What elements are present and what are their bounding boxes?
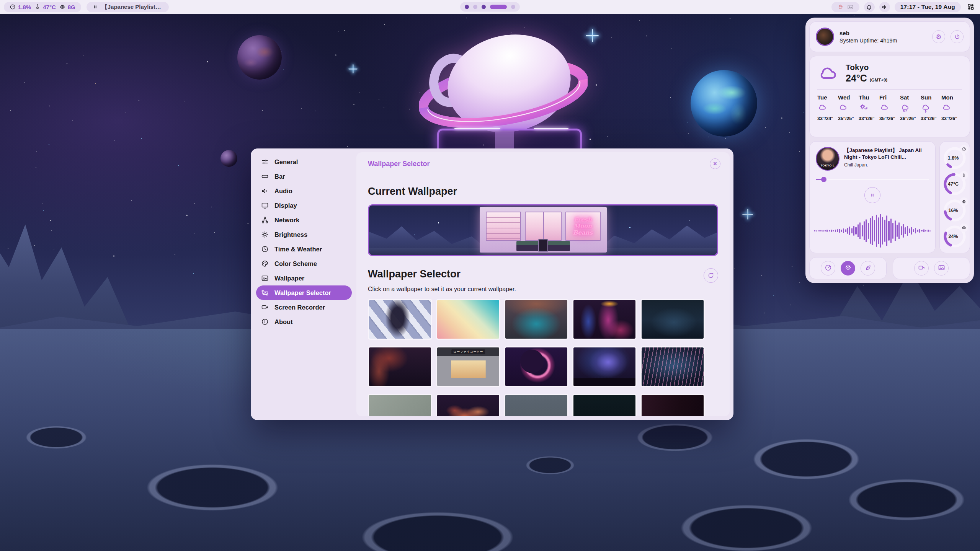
purple-planet	[237, 35, 282, 80]
sidebar-item-audio[interactable]: Audio	[256, 184, 352, 198]
weather-city: Tokyo	[846, 63, 887, 72]
sidebar-item-brightness[interactable]: Brightness	[256, 227, 352, 242]
desktop-screen: 1.8% 47°C 8G 【Japanese Playlist】 J...	[0, 0, 980, 551]
workspace-2-empty[interactable]	[473, 5, 477, 9]
media-progress-slider[interactable]	[816, 177, 929, 182]
workspace-5-empty[interactable]	[511, 5, 515, 9]
window-title: Wallpaper Selector	[368, 160, 718, 168]
tray-app-1-hand-icon[interactable]	[837, 4, 844, 10]
wallpaper-thumb-anime-crosswalk[interactable]	[368, 299, 432, 340]
gauge-temperature: 47°C	[943, 172, 967, 196]
system-stats-pill[interactable]: 1.8% 47°C 8G	[4, 2, 81, 12]
sidebar-item-time-weather[interactable]: Time & Weather	[256, 242, 352, 256]
wallpaper-thumb-nebula-forest[interactable]	[572, 346, 637, 387]
performance-button[interactable]	[821, 261, 835, 276]
sidebar-item-label: About	[274, 318, 293, 326]
sidebar-item-network[interactable]: Network	[256, 213, 352, 227]
notifications-button[interactable]	[864, 2, 875, 12]
screen-record-button[interactable]	[914, 261, 929, 276]
forecast-day-fri: Fri35°/26°	[879, 94, 900, 121]
videocam-icon	[261, 303, 269, 311]
preview-cafe-storefront: Fresh Moon Beans	[480, 207, 607, 253]
power-button[interactable]	[951, 30, 964, 43]
sidebar-item-general[interactable]: General	[256, 155, 352, 169]
day-temps: 36°/26°	[900, 116, 916, 121]
power-profile-card	[809, 257, 887, 279]
clock-text: 17:17 - Tue, 19 Aug	[900, 3, 955, 10]
refresh-button[interactable]	[704, 268, 718, 283]
gauge-value: 47°C	[943, 181, 964, 187]
apps-grid-icon	[967, 3, 975, 11]
sidebar-item-screen-recorder[interactable]: Screen Recorder	[256, 300, 352, 315]
memory-value: 8G	[68, 4, 75, 10]
forecast-day-sun: Sun33°/26°	[921, 94, 941, 121]
wallpaper-thumb-teal-blur[interactable]	[504, 299, 568, 340]
day-temps: 33°/26°	[859, 116, 874, 121]
day-temps: 35°/26°	[879, 116, 895, 121]
wallpaper-thumb-pastel-gradient[interactable]	[436, 299, 500, 340]
tray-app-2-photo-icon[interactable]	[847, 4, 854, 10]
brightness-icon	[261, 231, 269, 238]
day-label: Mon	[941, 94, 953, 101]
sidebar-item-color-scheme[interactable]: Color Scheme	[256, 256, 352, 271]
app-launcher-button[interactable]	[967, 3, 975, 11]
pause-button[interactable]	[864, 187, 880, 203]
header-divider	[368, 174, 718, 174]
album-art-label: TOKYO L	[817, 164, 839, 167]
speedometer-icon	[825, 264, 832, 273]
close-button[interactable]: ×	[710, 158, 720, 169]
thermometer-icon	[960, 171, 968, 179]
sidebar-item-display[interactable]: Display	[256, 198, 352, 213]
sidebar-item-label: Screen Recorder	[274, 304, 325, 311]
media-title: 【Japanese Playlist】 Japan All Night - To…	[844, 147, 929, 160]
temperature-stat: 47°C	[34, 4, 56, 10]
slider-knob[interactable]	[821, 177, 826, 182]
disk-icon	[960, 223, 968, 232]
cloud-icon	[817, 103, 827, 113]
settings-sidebar: GeneralBarAudioDisplayNetworkBrightnessT…	[256, 155, 352, 329]
wallpaper-thumb-snowy-night-village[interactable]	[640, 299, 705, 340]
balanced-button[interactable]	[841, 261, 855, 276]
settings-button[interactable]: ⚙	[932, 30, 945, 43]
menu-board	[538, 239, 548, 252]
sidebar-item-label: Display	[274, 202, 297, 209]
gear-icon: ⚙	[936, 33, 941, 41]
workspace-4-active[interactable]	[490, 5, 507, 9]
workspace-1-occupied[interactable]	[465, 5, 469, 9]
album-art: TOKYO L	[816, 147, 840, 171]
sidebar-item-wallpaper-selector[interactable]: Wallpaper Selector	[256, 285, 352, 300]
media-pill[interactable]: 【Japanese Playlist】 J...	[87, 2, 169, 12]
thermometer-icon	[34, 4, 41, 10]
wallpaper-selector-heading: Wallpaper Selector	[368, 268, 461, 280]
speedometer-icon	[10, 4, 16, 10]
wallpaper-thumb-dark-maroon[interactable]	[640, 394, 705, 416]
sidebar-item-label: Network	[274, 217, 299, 224]
wallpaper-thumb-neon-arcade[interactable]	[572, 299, 637, 340]
wallpaper-thumb-ember-forest[interactable]	[436, 394, 500, 416]
leaf-icon	[864, 264, 872, 273]
power-saver-button[interactable]	[861, 261, 875, 276]
gauge-value: 16%	[943, 208, 964, 213]
sidebar-item-bar[interactable]: Bar	[256, 169, 352, 184]
sidebar-item-wallpaper[interactable]: Wallpaper	[256, 271, 352, 285]
sidebar-item-label: Wallpaper Selector	[274, 289, 331, 297]
wallpaper-thumb-pink-eclipse-ring[interactable]	[504, 346, 568, 387]
weather-divider	[817, 89, 962, 90]
sidebar-item-about[interactable]: About	[256, 315, 352, 329]
wallpaper-thumb-grey-green[interactable]	[368, 394, 432, 416]
star-sparkle	[742, 209, 753, 219]
screenshot-button[interactable]	[934, 261, 949, 276]
refresh-icon	[707, 272, 714, 279]
day-label: Sun	[921, 94, 931, 101]
wallpaper-thumb-lofi-coffee-shop[interactable]: ローファイコーヒー	[436, 346, 500, 387]
cloud-icon	[817, 62, 839, 84]
workspace-3-occupied[interactable]	[482, 5, 486, 9]
day-label: Wed	[838, 94, 850, 101]
wallpaper-thumb-slate-grey[interactable]	[504, 394, 568, 416]
wallpaper-thumb-dark-teal[interactable]	[572, 394, 637, 416]
wallpaper-thumb-particle-waves[interactable]	[640, 346, 705, 387]
media-pill-title: 【Japanese Playlist】 J...	[102, 3, 163, 11]
clock-pill[interactable]: 17:17 - Tue, 19 Aug	[895, 2, 961, 12]
wallpaper-thumb-red-cliff-figure[interactable]	[368, 346, 432, 387]
volume-button[interactable]	[879, 2, 890, 12]
